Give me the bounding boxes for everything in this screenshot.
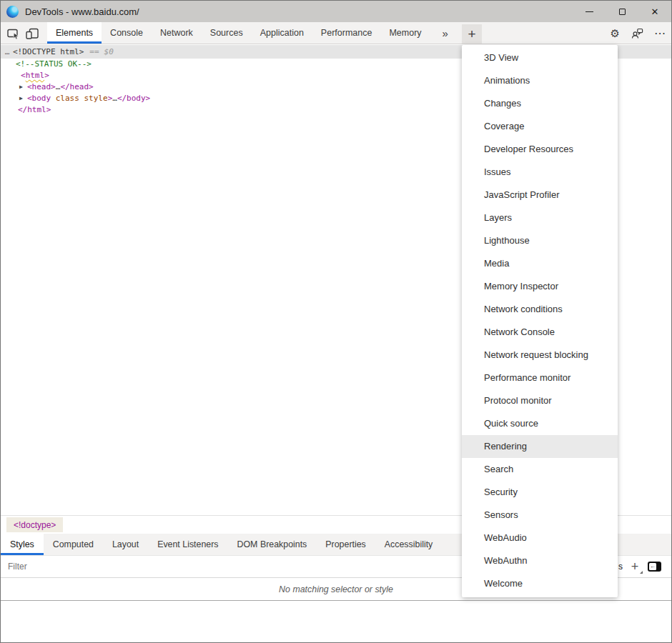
menu-item-issues[interactable]: Issues	[462, 161, 618, 184]
ellipsis-icon: ⋯	[654, 27, 666, 39]
toolbar-right-icons: ⚙ ⋯	[611, 22, 666, 44]
menu-item-media[interactable]: Media	[462, 252, 618, 275]
tab-console[interactable]: Console	[102, 22, 152, 44]
menu-item-quick-source[interactable]: Quick source	[462, 412, 618, 435]
styles-filter-input[interactable]	[1, 556, 215, 577]
tab-elements[interactable]: Elements	[47, 22, 102, 44]
menu-item-welcome[interactable]: Welcome	[462, 572, 618, 595]
plus-icon: +	[631, 559, 639, 574]
maximize-icon	[619, 9, 626, 15]
titlebar: DevTools - www.baidu.com/ ✕	[1, 1, 671, 22]
head-open-tag: <head>	[27, 81, 56, 93]
html-open-lt: <	[21, 70, 26, 81]
expand-arrow-icon[interactable]: ▶	[19, 93, 27, 104]
menu-item-developer-resources[interactable]: Developer Resources	[462, 138, 618, 161]
menu-item-lighthouse[interactable]: Lighthouse	[462, 229, 618, 252]
selection-dollar-ref: $0	[104, 46, 114, 58]
tab-event-listeners[interactable]: Event Listeners	[148, 534, 227, 555]
tab-computed[interactable]: Computed	[44, 534, 103, 555]
settings-button[interactable]: ⚙	[611, 28, 620, 39]
body-close-tag: </body>	[117, 93, 150, 104]
new-style-rule-button[interactable]: +	[628, 558, 641, 575]
menu-item-search[interactable]: Search	[462, 458, 618, 481]
head-close-tag: </head>	[60, 81, 93, 93]
tab-accessibility[interactable]: Accessibility	[375, 534, 442, 555]
window-controls: ✕	[573, 1, 671, 22]
tab-memory[interactable]: Memory	[380, 22, 430, 44]
menu-item-performance-monitor[interactable]: Performance monitor	[462, 367, 618, 389]
html-open-gt: >	[44, 70, 49, 81]
tab-properties[interactable]: Properties	[316, 534, 375, 555]
body-open-tag: <body	[27, 93, 51, 104]
node-menu-dots-icon[interactable]: …	[1, 46, 13, 58]
head-collapsed-ellipsis: …	[56, 81, 61, 93]
minimize-icon	[585, 11, 593, 12]
more-tools-button[interactable]: +	[462, 24, 482, 44]
menu-item-javascript-profiler[interactable]: JavaScript Profiler	[462, 184, 618, 206]
breadcrumb-doctype-crumb[interactable]: <!doctype>	[6, 517, 63, 532]
tab-layout[interactable]: Layout	[103, 534, 148, 555]
html-tag-name-with-issue: html	[26, 70, 45, 81]
menu-item-webaudio[interactable]: WebAudio	[462, 527, 618, 549]
tab-network[interactable]: Network	[152, 22, 202, 44]
tab-styles[interactable]: Styles	[1, 534, 44, 555]
window-title: DevTools - www.baidu.com/	[25, 6, 139, 17]
inspect-element-icon	[6, 26, 21, 41]
close-button[interactable]: ✕	[638, 1, 671, 22]
menu-item-changes[interactable]: Changes	[462, 92, 618, 115]
device-emulation-button[interactable]	[23, 24, 41, 42]
body-attr-class: class	[51, 93, 79, 104]
selection-equals: ==	[89, 46, 99, 58]
menu-item-sensors[interactable]: Sensors	[462, 504, 618, 527]
body-open-gt: >	[108, 93, 113, 104]
menu-item-protocol-monitor[interactable]: Protocol monitor	[462, 389, 618, 412]
menu-item-layers[interactable]: Layers	[462, 206, 618, 229]
tab-application[interactable]: Application	[252, 22, 312, 44]
expand-arrow-icon[interactable]: ▶	[19, 81, 27, 93]
menu-item-security[interactable]: Security	[462, 481, 618, 504]
menu-item-rendering[interactable]: Rendering	[462, 435, 618, 458]
close-icon: ✕	[651, 7, 659, 16]
sidebar-toggle-arrow-icon: ←	[649, 563, 656, 570]
menu-item-memory-inspector[interactable]: Memory Inspector	[462, 275, 618, 298]
devtools-toolbar: Elements Console Network Sources Applica…	[1, 22, 671, 44]
no-matching-selector-message: No matching selector or style	[279, 584, 393, 594]
minimize-button[interactable]	[573, 1, 606, 22]
doctype-node-text: <!DOCTYPE html>	[13, 46, 84, 58]
devtools-window: DevTools - www.baidu.com/ ✕	[0, 0, 672, 643]
maximize-button[interactable]	[606, 1, 638, 22]
feedback-button[interactable]	[631, 28, 643, 39]
computed-sidebar-toggle-button[interactable]: ←	[648, 562, 661, 572]
edge-logo-icon	[6, 6, 19, 18]
tab-sources[interactable]: Sources	[202, 22, 252, 44]
panel-tabs: Elements Console Network Sources Applica…	[47, 22, 430, 44]
body-collapsed-ellipsis: …	[112, 93, 117, 104]
html-close-tag: </html>	[18, 104, 51, 116]
chevron-double-right-icon: »	[443, 27, 448, 39]
gear-icon: ⚙	[611, 27, 620, 39]
more-tabs-button[interactable]: »	[443, 22, 448, 44]
inspect-element-button[interactable]	[4, 24, 23, 42]
more-options-button[interactable]: ⋯	[654, 28, 666, 39]
tab-performance[interactable]: Performance	[312, 22, 381, 44]
menu-item-coverage[interactable]: Coverage	[462, 115, 618, 138]
plus-icon: +	[468, 26, 475, 42]
menu-item-network-console[interactable]: Network Console	[462, 321, 618, 344]
body-attr-style: style	[79, 93, 108, 104]
menu-item-animations[interactable]: Animations	[462, 69, 618, 92]
comment-node-text: <!--STATUS OK-->	[16, 59, 92, 70]
feedback-icon	[631, 28, 643, 39]
menu-item-network-conditions[interactable]: Network conditions	[462, 298, 618, 321]
tab-dom-breakpoints[interactable]: DOM Breakpoints	[228, 534, 317, 555]
cls-button-fragment[interactable]: s	[618, 562, 623, 572]
device-emulation-icon	[25, 26, 39, 41]
more-tools-menu: 3D View Animations Changes Coverage Deve…	[462, 45, 618, 597]
menu-item-webauthn[interactable]: WebAuthn	[462, 549, 618, 572]
menu-item-network-request-blocking[interactable]: Network request blocking	[462, 344, 618, 367]
menu-item-3d-view[interactable]: 3D View	[462, 46, 618, 69]
